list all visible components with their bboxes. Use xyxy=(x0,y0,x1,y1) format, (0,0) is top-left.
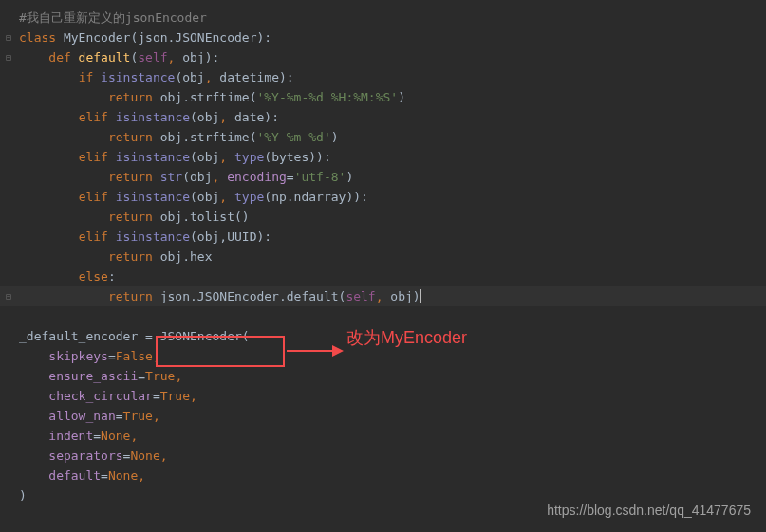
none-literal: None xyxy=(108,468,138,483)
keyword-else: else xyxy=(79,269,108,284)
param-obj: obj xyxy=(182,50,204,64)
comma: , xyxy=(160,449,168,463)
equals: = xyxy=(108,349,116,363)
comma: , xyxy=(205,70,220,84)
string-literal: '%Y-%m-%d' xyxy=(256,130,330,144)
fold-icon[interactable]: ⊟ xyxy=(6,28,11,47)
self-param: self xyxy=(346,289,375,303)
equals: = xyxy=(101,468,108,483)
colon: : xyxy=(108,269,116,284)
builtin-type: type xyxy=(234,190,264,204)
comma: , xyxy=(175,369,182,383)
bool-true: True xyxy=(123,409,153,423)
comment-line: #我自己重新定义的jsonEncoder xyxy=(19,10,207,25)
equals: = xyxy=(287,170,294,184)
expr: obj.strftime( xyxy=(153,130,257,144)
kwarg: skipkeys xyxy=(48,349,108,363)
expr: obj.hex xyxy=(153,249,213,264)
bytes-ref: (bytes xyxy=(264,150,308,164)
kwarg: allow_nan xyxy=(48,409,115,423)
ndarray-ref: (np.ndarray)): xyxy=(264,190,368,204)
none-literal: None xyxy=(130,449,159,463)
keyword-return: return xyxy=(108,210,153,224)
keyword-if: if xyxy=(79,70,94,84)
args: (obj xyxy=(182,170,212,184)
comma: , xyxy=(130,429,138,443)
keyword-return: return xyxy=(108,249,153,264)
keyword-return: return xyxy=(108,289,153,303)
comma: , xyxy=(219,150,234,164)
expr: json.JSONEncoder.default( xyxy=(153,289,346,303)
encoder-call: JSONEncoder( xyxy=(160,329,250,343)
class-declaration: MyEncoder(json.JSONEncoder): xyxy=(56,30,271,45)
kwarg: encoding xyxy=(227,170,287,184)
keyword-def: def xyxy=(48,50,70,64)
watermark-text: https://blog.csdn.net/qq_41477675 xyxy=(547,501,751,521)
close: )): xyxy=(308,150,330,164)
keyword-elif: elif xyxy=(79,190,108,204)
close: ) xyxy=(413,289,421,303)
equals: = xyxy=(116,409,123,423)
builtin-isinstance: isinstance xyxy=(108,150,190,164)
args: (obj xyxy=(190,150,219,164)
keyword-return: return xyxy=(108,90,153,104)
bool-true: True xyxy=(160,389,190,403)
equals: = xyxy=(93,429,101,443)
comma: , xyxy=(213,170,228,184)
kwarg: separators xyxy=(48,449,122,463)
type-ref: date): xyxy=(234,110,279,124)
args: (obj xyxy=(190,190,219,204)
type-ref: datetime): xyxy=(219,70,293,84)
comma: , xyxy=(190,389,197,403)
bool-true: True xyxy=(145,369,175,383)
fold-icon[interactable]: ⊟ xyxy=(6,47,11,67)
param-obj: obj xyxy=(390,289,412,303)
keyword-elif: elif xyxy=(79,229,108,244)
bool-false: False xyxy=(116,349,153,363)
args: (obj xyxy=(190,110,219,124)
self-param: self xyxy=(138,50,167,64)
comma: , xyxy=(153,409,160,423)
func-name: default xyxy=(71,50,131,64)
builtin-type: type xyxy=(234,150,264,164)
kwarg: default xyxy=(48,468,101,483)
code-editor[interactable]: #我自己重新定义的jsonEncoder ⊟class MyEncoder(js… xyxy=(0,0,766,505)
args: (obj,UUID): xyxy=(190,229,271,244)
comma: , xyxy=(376,289,391,303)
equals: = xyxy=(153,389,160,403)
keyword-class: class xyxy=(19,30,56,45)
comma: , xyxy=(153,349,160,363)
comma: , xyxy=(138,468,145,483)
comma: , xyxy=(168,50,183,64)
close: ): xyxy=(205,50,220,64)
comma: , xyxy=(219,190,234,204)
fold-icon[interactable]: ⊟ xyxy=(6,286,11,306)
string-literal: '%Y-%m-%d %H:%M:%S' xyxy=(256,90,398,104)
close: ) xyxy=(346,170,353,184)
kwarg: indent xyxy=(48,429,93,443)
builtin-isinstance: isinstance xyxy=(108,190,190,204)
close: ) xyxy=(331,130,339,144)
args: (obj xyxy=(175,70,204,84)
var-assign: _default_encoder = xyxy=(19,329,160,343)
builtin-isinstance: isinstance xyxy=(93,70,175,84)
string-literal: 'utf-8' xyxy=(294,170,346,184)
close-paren: ) xyxy=(19,488,27,503)
close: ) xyxy=(398,90,405,104)
builtin-isinstance: isinstance xyxy=(108,110,190,124)
builtin-str: str xyxy=(153,170,182,184)
expr: obj.strftime( xyxy=(153,90,257,104)
keyword-return: return xyxy=(108,170,153,184)
none-literal: None xyxy=(101,429,130,443)
expr: obj.tolist() xyxy=(153,210,250,224)
kwarg: check_circular xyxy=(48,389,153,403)
equals: = xyxy=(138,369,145,383)
comma: , xyxy=(219,110,234,124)
kwarg: ensure_ascii xyxy=(48,369,138,383)
keyword-elif: elif xyxy=(79,150,108,164)
keyword-return: return xyxy=(108,130,153,144)
keyword-elif: elif xyxy=(79,110,108,124)
builtin-isinstance: isinstance xyxy=(108,229,190,244)
